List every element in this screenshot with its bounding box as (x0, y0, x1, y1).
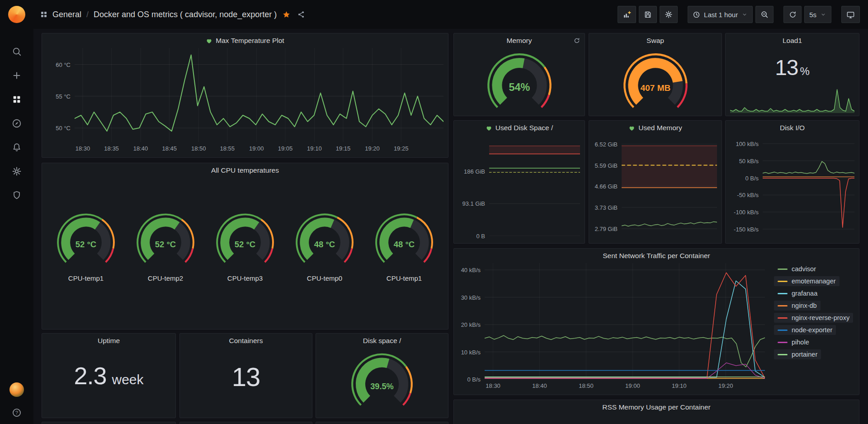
gauge-label: CPU-temp1 (68, 274, 104, 282)
legend-item-portainer[interactable]: portainer (774, 349, 821, 359)
sidebar-item-create[interactable] (6, 67, 27, 84)
grafana-logo[interactable] (8, 6, 25, 23)
sidebar-item-explore[interactable] (6, 115, 27, 132)
legend-color-swatch (778, 305, 788, 306)
used-memory-chart[interactable] (622, 135, 717, 236)
topbar: General / Docker and OS metrics ( cadvis… (33, 0, 868, 29)
panel-title-containers[interactable]: Containers (180, 334, 312, 348)
x-tick-label: 18:40 (133, 145, 148, 152)
panel-title-max-temperature[interactable]: Max Temperature Plot (42, 33, 448, 48)
cycle-view-mode-button[interactable] (841, 6, 860, 23)
gear-icon (665, 10, 673, 19)
alert-ok-heart-icon (206, 38, 212, 44)
refresh-button[interactable] (783, 6, 802, 23)
cpu-gauge-cell: 48 °C CPU-temp1 (368, 210, 440, 282)
panel-title-disk-io[interactable]: Disk I/O (726, 121, 859, 135)
panel-network-traffic: Sent Network Traffic per Container 40 kB… (453, 248, 859, 395)
dashboard-settings-button[interactable] (660, 6, 678, 23)
panel-title-load1[interactable]: Load1 (726, 33, 859, 48)
legend-series-name: grafanaa (792, 290, 817, 297)
zoom-out-button[interactable] (755, 6, 774, 23)
disk-space-gauge: 39.5% (342, 350, 422, 413)
panel-load1: Load1 13 % (725, 33, 859, 116)
used-disk-chart[interactable] (489, 135, 580, 236)
panel-uptime: Uptime 2.3 week (42, 333, 176, 418)
legend-item-pihole[interactable]: pihole (774, 337, 813, 347)
save-dashboard-button[interactable] (639, 6, 657, 23)
chevron-down-icon (820, 11, 826, 18)
refresh-icon (789, 11, 797, 19)
legend-item-nginx-db[interactable]: nginx-db (774, 301, 821, 311)
breadcrumb-section[interactable]: General (52, 10, 81, 19)
cpu-gauge-cell: 52 °C CPU-temp1 (50, 210, 122, 282)
legend-item-emotemanager[interactable]: emotemanager (774, 276, 840, 286)
panel-title-memory[interactable]: Memory (454, 33, 585, 48)
search-icon (12, 47, 22, 57)
panel-title-cpu-temperatures[interactable]: All CPU temperatures (42, 163, 448, 178)
sidebar-item-help[interactable]: ? (6, 404, 27, 421)
legend-item-node-exporter[interactable]: node-exporter (774, 325, 836, 335)
y-tick-label: 50 °C (56, 125, 71, 132)
panel-title-used-disk-space[interactable]: Used Disk Space / (454, 121, 585, 135)
svg-text:52 °C: 52 °C (235, 240, 255, 249)
breadcrumb-title[interactable]: Docker and OS metrics ( cadvisor, node_e… (94, 10, 277, 19)
breadcrumb: General / Docker and OS metrics ( cadvis… (40, 9, 306, 20)
stat-value: 13 (232, 362, 260, 392)
x-tick-label: 19:15 (336, 145, 351, 152)
panel-title-text: Disk I/O (780, 124, 805, 132)
alert-ok-heart-icon (628, 125, 635, 132)
disk-io-chart[interactable] (763, 135, 854, 236)
y-tick-label: 2.79 GiB (594, 226, 618, 232)
svg-text:?: ? (15, 410, 18, 415)
user-avatar[interactable] (9, 382, 24, 397)
panel-title-uptime[interactable]: Uptime (42, 334, 175, 348)
x-tick-label: 19:05 (278, 145, 293, 152)
legend-item-grafanaa[interactable]: grafanaa (774, 288, 821, 298)
gear-icon (12, 166, 22, 176)
sidebar-item-alerting[interactable] (6, 139, 27, 156)
panel-title-used-memory[interactable]: Used Memory (589, 121, 722, 135)
y-tick-label: 10 kB/s (461, 349, 481, 356)
favorite-star-button[interactable] (281, 9, 292, 20)
legend-series-name: node-exporter (792, 326, 832, 334)
cpu-temp-gauge: 52 °C (130, 210, 201, 270)
panel-title-rss-memory[interactable]: RSS Memory Usage per Container (454, 400, 859, 415)
cpu-gauge-cell: 48 °C CPU-temp0 (289, 210, 360, 282)
add-panel-button[interactable] (618, 6, 636, 23)
gauge-label: CPU-temp0 (307, 274, 342, 282)
y-axis: 100 kB/s50 kB/s0 B/s-50 kB/s-100 kB/s-15… (729, 135, 763, 236)
x-tick-label: 18:30 (75, 145, 90, 152)
sidebar-item-dashboards[interactable] (6, 91, 27, 108)
panel-disk-space: Disk space / 39.5% (316, 333, 448, 418)
sidebar-item-configuration[interactable] (6, 163, 27, 180)
x-axis (763, 236, 854, 240)
time-range-picker[interactable]: Last 1 hour (688, 6, 753, 23)
x-tick-label: 19:20 (718, 382, 733, 389)
dashboards-grid-icon (12, 94, 22, 104)
panel-title-disk-space[interactable]: Disk space / (316, 334, 448, 348)
x-tick-label: 18:40 (532, 382, 547, 389)
panel-refresh-icon (574, 38, 580, 44)
swap-gauge-wrap: 407 MB (589, 50, 722, 116)
y-tick-label: 55 °C (56, 93, 71, 100)
share-button[interactable] (296, 9, 306, 19)
panel-title-swap[interactable]: Swap (589, 33, 722, 48)
disk-space-gauge-wrap: 39.5% (316, 350, 448, 413)
panel-clipped (179, 422, 312, 424)
y-tick-label: 3.73 GiB (594, 204, 618, 211)
gauge-label: CPU-temp1 (387, 274, 422, 282)
panel-rss-memory: RSS Memory Usage per Container (453, 400, 859, 424)
max-temperature-chart[interactable] (75, 48, 443, 142)
legend-item-cadvisor[interactable]: cadvisor (774, 264, 820, 274)
panel-title-text: Memory (507, 37, 532, 45)
legend-item-nginx-reverse-proxy[interactable]: nginx-reverse-proxy (774, 313, 853, 323)
sidebar-item-search[interactable] (6, 43, 27, 60)
network-traffic-chart[interactable] (485, 263, 765, 379)
refresh-interval-picker[interactable]: 5s (804, 6, 831, 23)
save-icon (644, 10, 652, 19)
y-tick-label: 40 kB/s (461, 267, 481, 273)
x-axis: 18:3018:4018:5019:0019:1019:20 (485, 379, 765, 392)
panel-title-network-traffic[interactable]: Sent Network Traffic per Container (454, 249, 859, 263)
sidebar-item-server-admin[interactable] (6, 187, 27, 204)
cpu-gauge-row: 52 °C CPU-temp1 52 °C CPU-temp2 52 °C CP… (42, 210, 448, 282)
